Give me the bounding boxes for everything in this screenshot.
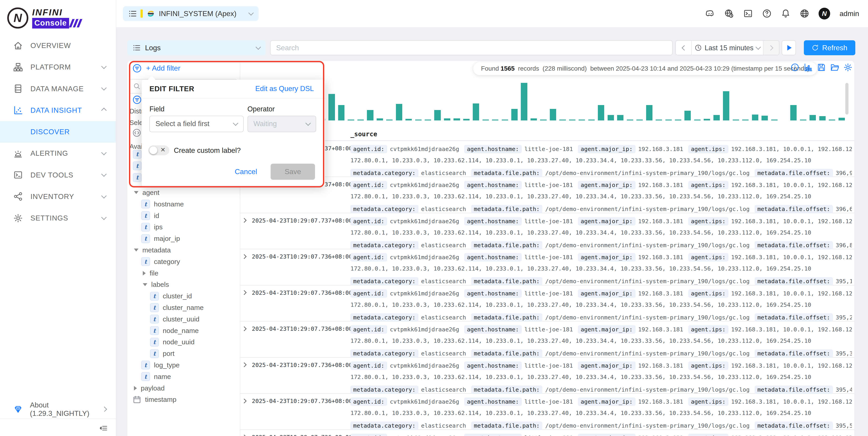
field-tree-item-payload[interactable]: payload <box>127 382 239 394</box>
sidebar-item-data-manage[interactable]: DATA MANAGE <box>0 78 116 99</box>
field-tree-item-labels[interactable]: labels <box>127 279 239 291</box>
histogram-bar[interactable] <box>483 120 489 121</box>
histogram-bar[interactable] <box>665 120 672 121</box>
histogram-bar[interactable] <box>550 109 556 121</box>
filter-icon[interactable] <box>132 95 142 105</box>
field-select[interactable]: Select a field first <box>149 116 243 132</box>
field-tree-item-hostname[interactable]: thostname <box>127 198 239 210</box>
field-tree-item-cluster_id[interactable]: tcluster_id <box>127 291 239 302</box>
histogram-bar[interactable] <box>694 120 701 121</box>
histogram-bar[interactable] <box>588 120 595 121</box>
add-filter-link[interactable]: + Add filter <box>146 64 180 72</box>
histogram-bar[interactable] <box>656 120 662 121</box>
field-tree-item-name[interactable]: tname <box>127 371 239 382</box>
refresh-button[interactable]: Refresh <box>804 40 855 55</box>
histogram-bar[interactable] <box>752 114 758 121</box>
histogram-bar[interactable] <box>733 120 739 121</box>
histogram-bar[interactable] <box>348 120 354 121</box>
histogram-bar[interactable] <box>627 120 633 121</box>
histogram-bar[interactable] <box>637 120 643 121</box>
histogram-bar[interactable] <box>790 105 797 121</box>
field-tree-item-id[interactable]: tid <box>127 210 239 222</box>
save-icon[interactable] <box>817 63 826 72</box>
histogram-bar[interactable] <box>819 116 826 121</box>
chart-scrollbar[interactable] <box>845 83 849 114</box>
histogram-bar[interactable] <box>405 119 412 121</box>
histogram-bar[interactable] <box>742 120 749 121</box>
console-terminal-icon[interactable] <box>743 9 753 18</box>
save-button[interactable]: Save <box>271 164 315 180</box>
histogram-bar[interactable] <box>531 119 537 121</box>
histogram-bar[interactable] <box>415 120 422 121</box>
histogram-bar[interactable] <box>646 105 652 121</box>
cluster-selector[interactable]: INFINI_SYSTEM (Apex) <box>123 6 258 21</box>
sidebar-item-inventory[interactable]: INVENTORY <box>0 186 116 207</box>
histogram-bar[interactable] <box>617 115 623 121</box>
histogram-bar[interactable] <box>329 94 335 121</box>
histogram-bar[interactable] <box>492 120 498 121</box>
time-prev-button[interactable] <box>676 41 691 55</box>
search-input[interactable] <box>270 40 673 55</box>
histogram-bar[interactable] <box>839 118 845 121</box>
histogram-bar[interactable] <box>444 119 450 121</box>
bar-chart-icon[interactable] <box>804 63 813 72</box>
histogram-bar[interactable] <box>684 111 691 121</box>
username-label[interactable]: admin <box>839 9 859 18</box>
field-tree-item-port[interactable]: tport <box>127 348 239 360</box>
expand-row-icon[interactable] <box>242 327 247 331</box>
histogram-bar[interactable] <box>396 104 402 121</box>
time-range-button[interactable]: Last 15 minutes <box>691 41 763 55</box>
histogram-bar[interactable] <box>511 109 518 121</box>
histogram-bar[interactable] <box>809 115 816 121</box>
histogram-bar[interactable] <box>569 120 576 121</box>
histogram-bar[interactable] <box>386 120 393 121</box>
sidebar-item-dev-tools[interactable]: DEV TOOLS <box>0 164 116 186</box>
histogram-bar[interactable] <box>367 110 373 121</box>
field-tree-item-ips[interactable]: tips <box>127 222 239 233</box>
query-type-selector[interactable]: Logs <box>127 40 266 55</box>
folder-open-icon[interactable] <box>830 63 839 72</box>
histogram-bar[interactable] <box>434 110 441 121</box>
field-tree-item-agent[interactable]: agent <box>127 187 239 199</box>
gear-icon[interactable] <box>843 63 852 72</box>
operator-select[interactable]: Waiting <box>247 116 316 132</box>
histogram-bar[interactable] <box>358 120 364 121</box>
histogram-bar[interactable] <box>829 120 835 121</box>
histogram-bar[interactable] <box>771 120 778 121</box>
sidebar-item-data-insight[interactable]: DATA INSIGHT <box>0 100 116 121</box>
histogram-bar[interactable] <box>377 119 383 121</box>
field-tree-item-metadata[interactable]: metadata <box>127 244 239 256</box>
custom-label-toggle[interactable]: ✕ <box>149 145 169 155</box>
edit-as-query-dsl-link[interactable]: Edit as Query DSL <box>255 85 314 93</box>
histogram-bar[interactable] <box>540 120 547 121</box>
histogram-bar[interactable] <box>608 115 614 121</box>
histogram-bar[interactable] <box>704 119 710 121</box>
field-tree-item-timestamp[interactable]: timestamp <box>127 394 239 405</box>
expand-row-icon[interactable] <box>242 218 247 223</box>
discord-icon[interactable] <box>706 9 715 18</box>
expand-row-icon[interactable] <box>242 399 247 403</box>
histogram-bar[interactable] <box>473 103 479 121</box>
notifications-bell-icon[interactable] <box>781 9 790 18</box>
field-tree-item-node_uuid[interactable]: tnode_uuid <box>127 336 239 348</box>
histogram-bar[interactable] <box>502 120 508 121</box>
sidebar-item-platform[interactable]: PLATFORM <box>0 56 116 78</box>
user-avatar[interactable]: N <box>818 8 830 19</box>
time-next-button[interactable] <box>764 41 779 55</box>
sidebar-item-about[interactable]: About (1.29.3_NIGHTLY) <box>0 400 116 418</box>
histogram-bar[interactable] <box>762 116 768 121</box>
histogram-bar[interactable] <box>521 83 527 121</box>
field-tree-item-cluster_name[interactable]: tcluster_name <box>127 302 239 313</box>
histogram-bar[interactable] <box>675 120 681 121</box>
field-tree-item-log_type[interactable]: tlog_type <box>127 360 239 371</box>
histogram-bar[interactable] <box>463 119 470 121</box>
auto-refresh-button[interactable] <box>782 40 796 55</box>
language-globe-icon[interactable] <box>800 9 809 18</box>
expand-row-icon[interactable] <box>242 290 247 295</box>
cancel-button[interactable]: Cancel <box>235 168 257 176</box>
histogram-bar[interactable] <box>713 115 720 121</box>
histogram-bar[interactable] <box>579 120 585 121</box>
field-tree-item-node_name[interactable]: tnode_name <box>127 325 239 336</box>
histogram-bar[interactable] <box>338 105 344 121</box>
timezone-globe-icon[interactable] <box>724 9 734 18</box>
